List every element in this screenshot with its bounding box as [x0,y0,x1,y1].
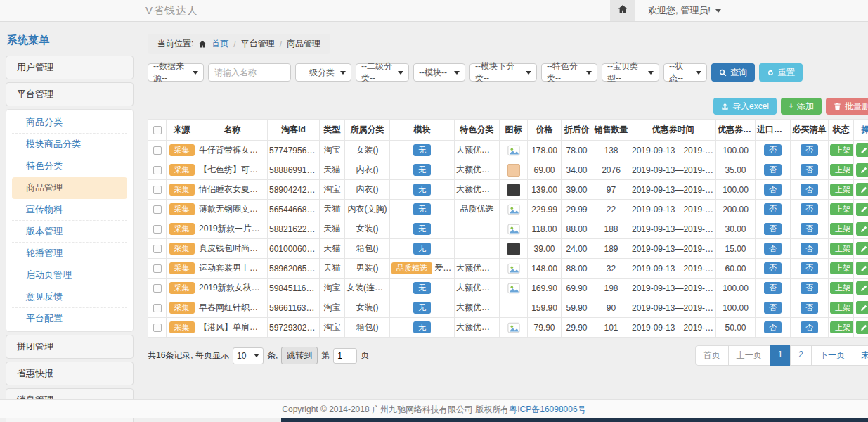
sidebar-subitem-商品管理[interactable]: 商品管理 [12,177,127,199]
filter-item-type-select[interactable]: --宝贝类型-- [602,63,659,82]
edit-button[interactable] [856,301,868,314]
select-all-checkbox[interactable] [153,126,162,134]
edit-button[interactable] [856,222,868,236]
sidebar-subitem-版本管理[interactable]: 版本管理 [12,221,127,243]
edit-button[interactable] [856,242,868,255]
row-checkbox[interactable] [153,264,162,273]
row-checkbox[interactable] [153,225,162,234]
module-badge: 无 [413,164,431,177]
home-button[interactable] [610,0,635,21]
import-select-badge[interactable]: 否 [764,203,782,216]
must-buy-badge[interactable]: 否 [801,321,818,334]
import-select-badge[interactable]: 否 [764,302,782,314]
sidebar-subitem-意见反馈[interactable]: 意见反馈 [12,286,127,308]
must-buy-badge[interactable]: 否 [801,223,818,236]
row-checkbox[interactable] [153,324,162,332]
must-buy-badge[interactable]: 否 [801,203,818,216]
edit-button[interactable] [856,321,868,334]
sidebar-subitem-平台配置[interactable]: 平台配置 [12,308,127,329]
edit-button[interactable] [856,281,868,295]
import-select-badge[interactable]: 否 [764,164,782,177]
icp-link[interactable]: 粤ICP备16098006号 [509,404,585,416]
import-select-badge[interactable]: 否 [764,144,782,157]
sidebar-section-平台管理[interactable]: 平台管理 [6,82,134,106]
import-select-badge[interactable]: 否 [764,243,782,255]
import-excel-button[interactable]: 导入excel [713,98,777,115]
sidebar-subitem-模块商品分类[interactable]: 模块商品分类 [12,134,127,155]
filter-level2-category-select[interactable]: --二级分类-- [356,63,409,82]
col-must-buy: 必买清单 [791,120,829,141]
edit-button[interactable] [856,163,868,177]
per-page-select[interactable]: 10 [233,347,264,364]
edit-button[interactable] [856,262,868,275]
sidebar-subitem-商品分类[interactable]: 商品分类 [12,112,127,134]
row-checkbox[interactable] [153,205,162,214]
status-badge[interactable]: 上架 [830,243,854,255]
add-button-label: 添加 [797,101,814,113]
status-badge[interactable]: 上架 [830,144,854,157]
reset-button[interactable]: 重置 [759,63,803,82]
row-checkbox[interactable] [153,284,162,293]
must-buy-badge[interactable]: 否 [801,164,818,177]
jump-button[interactable]: 跳转到 [281,347,318,364]
import-select-badge[interactable]: 否 [764,223,782,236]
sidebar-subitem-轮播管理[interactable]: 轮播管理 [12,243,127,264]
caret-down-icon [586,71,592,75]
filter-level1-category-select[interactable]: 一级分类 [295,63,351,82]
status-badge[interactable]: 上架 [830,203,854,216]
must-buy-badge[interactable]: 否 [801,184,818,196]
must-buy-badge[interactable]: 否 [801,243,818,255]
sidebar-section-拼团管理[interactable]: 拼团管理 [6,335,134,359]
pager-page-1[interactable]: 1 [770,345,791,366]
product-category: 内衣() [345,180,390,200]
filter-feature-category-select[interactable]: --特色分类-- [541,63,597,82]
must-buy-badge[interactable]: 否 [801,282,818,295]
status-badge[interactable]: 上架 [830,302,854,314]
pager-last[interactable]: 末页 [853,345,868,366]
user-menu[interactable]: 欢迎您, 管理员! [648,4,721,17]
edit-button[interactable] [856,183,868,196]
status-badge[interactable]: 上架 [830,184,854,196]
status-badge[interactable]: 上架 [830,282,854,295]
import-select-badge[interactable]: 否 [764,282,782,295]
pager-prev[interactable]: 上一页 [728,345,770,366]
import-select-badge[interactable]: 否 [764,184,782,196]
filter-module-select[interactable]: --模块-- [413,63,465,82]
row-checkbox[interactable] [153,186,162,194]
sidebar-subitem-特色分类[interactable]: 特色分类 [12,155,127,177]
pager-next[interactable]: 下一页 [811,345,853,366]
must-buy-badge[interactable]: 否 [801,144,818,157]
row-checkbox[interactable] [153,166,162,174]
sidebar-section-用户管理[interactable]: 用户管理 [6,56,134,79]
name-filter-input[interactable] [208,63,291,82]
status-badge[interactable]: 上架 [830,164,854,177]
row-checkbox[interactable] [153,304,162,312]
product-image [507,184,520,196]
must-buy-cell: 否 [791,298,829,318]
must-buy-badge[interactable]: 否 [801,302,818,314]
row-checkbox[interactable] [153,245,162,253]
product-name: 早春网红针织外套女春... [197,298,268,318]
status-badge[interactable]: 上架 [830,223,854,236]
import-select-badge[interactable]: 否 [764,321,782,334]
status-badge[interactable]: 上架 [830,262,854,275]
filter-module-subcategory-select[interactable]: --模块下分类-- [469,63,537,82]
filter-data-source-select[interactable]: --数据来源-- [148,63,204,82]
batch-delete-button[interactable]: 批量删除 [826,98,868,115]
pager-first[interactable]: 首页 [695,345,729,366]
must-buy-badge[interactable]: 否 [801,262,818,275]
sidebar-subitem-宣传物料[interactable]: 宣传物料 [12,199,127,221]
status-badge[interactable]: 上架 [830,321,854,334]
search-button[interactable]: 查询 [711,63,755,82]
sidebar-subitem-启动页管理[interactable]: 启动页管理 [12,264,127,286]
page-number-input[interactable] [333,348,357,364]
breadcrumb-home-link[interactable]: 首页 [212,38,228,50]
import-select-badge[interactable]: 否 [764,262,782,275]
filter-status-select[interactable]: --状态-- [663,63,707,82]
edit-button[interactable] [856,203,868,216]
add-button[interactable]: + 添加 [781,98,822,115]
row-checkbox[interactable] [153,146,162,155]
edit-button[interactable] [856,143,868,157]
pager-page-2[interactable]: 2 [790,345,812,366]
sidebar-section-省惠快报[interactable]: 省惠快报 [6,362,134,385]
